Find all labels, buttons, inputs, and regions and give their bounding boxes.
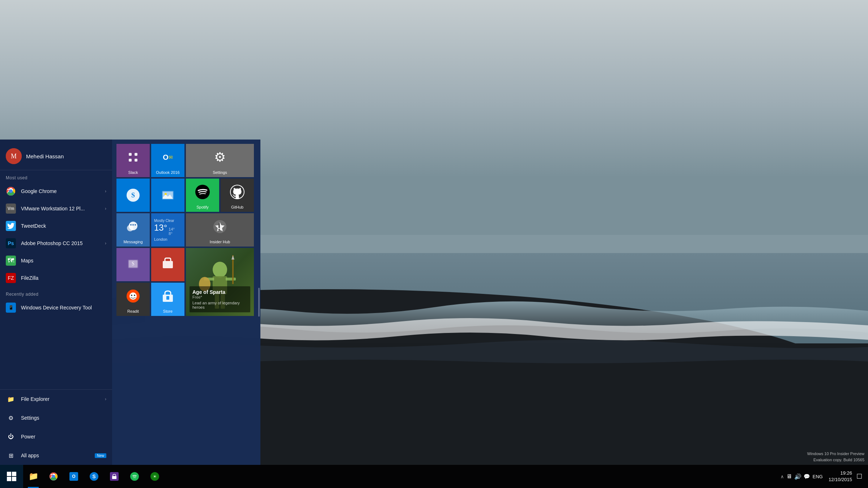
outlook-tile-icon: O ✉ <box>163 146 173 169</box>
weather-temp-high: 14° 8° <box>169 227 175 236</box>
build-info-line1: Windows 10 Pro Insider Preview <box>807 451 864 457</box>
readit-tile-label: Readit <box>127 309 139 314</box>
store-purple-icon: S <box>125 256 141 273</box>
clock-area[interactable]: 19:26 12/10/2015 <box>829 470 852 483</box>
tile-photos[interactable] <box>151 179 184 212</box>
app-item-filezilla[interactable]: FZ FileZilla <box>0 269 112 287</box>
readit-tile-icon <box>125 285 141 308</box>
tile-slack[interactable]: Slack <box>116 144 150 177</box>
tile-readit[interactable]: Readit <box>116 283 150 316</box>
clock-date: 12/10/2015 <box>829 476 852 483</box>
spotify-tile-label: Spotify <box>196 205 209 210</box>
slack-tile-icon <box>126 146 140 169</box>
recently-added-label: Recently added <box>0 287 112 299</box>
app-item-chrome[interactable]: Google Chrome › <box>0 183 112 200</box>
app-item-maps[interactable]: 🗺 Maps <box>0 252 112 269</box>
nav-power[interactable]: ⏻ Power <box>0 427 112 446</box>
build-info: Windows 10 Pro Insider Preview Evaluatio… <box>807 451 864 463</box>
user-profile[interactable]: M Mehedi Hassan <box>0 140 112 170</box>
action-center-icon[interactable]: ☐ <box>856 472 862 480</box>
power-icon: ⏻ <box>6 432 16 442</box>
start-menu: M Mehedi Hassan Most used Google Chro <box>0 140 260 465</box>
svg-point-26 <box>135 224 136 226</box>
tweetdeck-app-name: TweetDeck <box>21 223 106 229</box>
tile-store-red[interactable] <box>151 248 184 281</box>
app-item-tweetdeck[interactable]: TweetDeck <box>0 217 112 235</box>
chrome-app-icon <box>6 186 16 196</box>
taskbar-right: ∧ 🖥 🔊 💬 ENG 19:26 12/10/2015 ☐ <box>780 470 868 483</box>
tweetdeck-app-icon <box>6 221 16 231</box>
taskbar-file-explorer-icon: 📁 <box>29 472 38 481</box>
svg-rect-28 <box>218 223 220 228</box>
volume-icon[interactable]: 🔊 <box>794 473 801 480</box>
taskbar-spotify[interactable] <box>124 465 145 488</box>
messaging-tile-icon <box>126 215 140 238</box>
taskbar-skype[interactable]: S <box>84 465 104 488</box>
show-hidden-icons[interactable]: ∧ <box>780 474 784 479</box>
tile-weather[interactable]: Mostly Clear 13° 14° 8° London <box>151 213 184 247</box>
age-of-sparta-title: Age of Sparta <box>192 289 247 295</box>
avatar: M <box>6 148 22 164</box>
most-used-label: Most used <box>0 170 112 183</box>
user-name: Mehedi Hassan <box>26 153 64 159</box>
svg-text:S: S <box>131 192 135 199</box>
taskbar-chrome-icon <box>49 472 58 481</box>
all-apps-icon: ⊞ <box>6 450 16 461</box>
network-icon[interactable]: 🖥 <box>786 473 792 480</box>
notification-icon[interactable]: 💬 <box>804 474 810 479</box>
taskbar-spotify-icon <box>130 472 139 481</box>
start-button[interactable] <box>0 465 23 488</box>
clock-time: 19:26 <box>829 470 852 476</box>
tile-age-of-sparta[interactable]: Age of Sparta Free* Lead an army of lege… <box>186 248 254 316</box>
photoshop-app-icon: Ps <box>6 238 16 248</box>
taskbar-file-explorer[interactable]: 📁 <box>23 465 43 488</box>
photos-tile-icon <box>161 181 175 210</box>
slack-tile-label: Slack <box>128 170 138 175</box>
tiles-panel: Slack O ✉ Outlook 2016 ⚙ Settings <box>112 140 260 465</box>
app-item-recovery[interactable]: 📱 Windows Device Recovery Tool <box>0 299 112 316</box>
svg-point-47 <box>134 295 135 296</box>
svg-text:M: M <box>11 153 17 160</box>
taskbar-outlook[interactable]: O <box>64 465 84 488</box>
language-indicator[interactable]: ENG <box>813 474 823 479</box>
app-item-vmware[interactable]: Vm VMware Workstation 12 Pl... › <box>0 200 112 217</box>
chrome-arrow-icon: › <box>105 189 106 194</box>
weather-city: London <box>154 237 167 241</box>
tile-settings[interactable]: ⚙ Settings <box>186 144 254 177</box>
taskbar-store[interactable] <box>104 465 124 488</box>
svg-point-56 <box>52 475 55 478</box>
file-explorer-label: File Explorer <box>21 396 105 402</box>
taskbar-xbox[interactable] <box>145 465 165 488</box>
tile-insider-hub[interactable]: Insider Hub <box>186 213 254 247</box>
windows-logo-icon <box>7 471 17 481</box>
tile-store-purple[interactable]: S <box>116 248 150 281</box>
svg-rect-13 <box>129 159 132 162</box>
svg-rect-11 <box>129 153 132 156</box>
app-item-photoshop[interactable]: Ps Adobe Photoshop CC 2015 › <box>0 235 112 252</box>
outlook-tile-label: Outlook 2016 <box>156 170 179 175</box>
messaging-tile-label: Messaging <box>123 240 142 244</box>
nav-all-apps[interactable]: ⊞ All apps New <box>0 446 112 465</box>
filezilla-app-name: FileZilla <box>21 275 106 281</box>
tile-outlook[interactable]: O ✉ Outlook 2016 <box>151 144 184 177</box>
photoshop-app-name: Adobe Photoshop CC 2015 <box>21 240 105 246</box>
settings-tile-icon: ⚙ <box>214 146 226 169</box>
svg-rect-10 <box>126 150 140 164</box>
settings-nav-icon: ⚙ <box>6 413 16 423</box>
tile-skype[interactable]: S <box>116 179 150 212</box>
tile-github[interactable]: GitHub <box>221 179 254 212</box>
chrome-app-name: Google Chrome <box>21 188 105 194</box>
nav-file-explorer[interactable]: 📁 File Explorer › <box>0 390 112 408</box>
nav-settings[interactable]: ⚙ Settings <box>0 408 112 427</box>
github-tile-icon <box>229 181 245 204</box>
new-badge: New <box>95 453 106 458</box>
svg-text:S: S <box>132 261 135 266</box>
tile-spotify[interactable]: Spotify <box>186 179 219 212</box>
taskbar: 📁 O S <box>0 465 868 488</box>
vmware-arrow-icon: › <box>105 206 106 211</box>
tile-store[interactable]: Store <box>151 283 184 316</box>
tile-messaging[interactable]: Messaging <box>116 213 150 247</box>
svg-rect-12 <box>135 153 137 156</box>
taskbar-chrome[interactable] <box>43 465 64 488</box>
svg-point-25 <box>132 224 134 226</box>
